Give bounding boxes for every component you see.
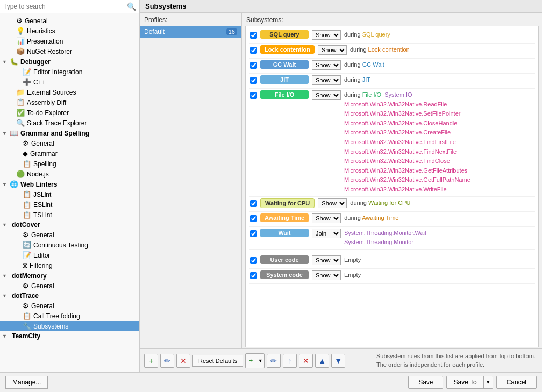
subsystem-checkbox-fileio[interactable] [250, 92, 257, 99]
tree-item-call-tree-folding[interactable]: 📋Call Tree folding [0, 311, 139, 321]
add-button[interactable]: + [144, 354, 158, 368]
subsystem-checkbox[interactable] [250, 272, 257, 279]
tree-item-dotcover[interactable]: ▼dotCover [0, 220, 139, 230]
subsystem-action-gc[interactable]: Show [312, 60, 341, 70]
save-to-main[interactable]: Save To [447, 376, 483, 388]
subsystem-action-await[interactable]: Show [312, 213, 341, 223]
tree-area: ⚙General💡Heuristics📊Presentation📦NuGet R… [0, 13, 139, 372]
up-button[interactable]: ▲ [315, 354, 329, 368]
subsystem-dropdown-jit[interactable]: Show [312, 75, 341, 85]
subsystem-dropdown-cpu[interactable]: Show [318, 198, 347, 208]
save-button[interactable]: Save [408, 376, 443, 389]
tree-item-continuous-testing[interactable]: 🔄Continuous Testing [0, 240, 139, 250]
tree-item-tslint[interactable]: 📋TSLint [0, 210, 139, 220]
tree-item-teamcity[interactable]: ▼TeamCity [0, 331, 139, 341]
save-to-arrow[interactable]: ▼ [484, 376, 493, 388]
expand-icon: ▼ [2, 182, 10, 187]
tree-item-subsystems[interactable]: 🔧Subsystems [0, 321, 139, 331]
subsystem-checkbox-sql[interactable] [250, 32, 257, 39]
add-split-main[interactable]: + [246, 354, 256, 368]
tree-item-external-sources[interactable]: 📁External Sources [0, 87, 139, 97]
delete2-button[interactable]: ✕ [299, 354, 313, 368]
subsystem-checkbox-lock[interactable] [250, 47, 257, 54]
subsystem-dropdown-gc[interactable]: Show [312, 60, 341, 70]
cancel-button[interactable]: Cancel [496, 376, 537, 389]
delete-button[interactable]: ✕ [176, 354, 190, 368]
tree-item-nuget-restorer[interactable]: 📦NuGet Restorer [0, 46, 139, 56]
search-icon: 🔍 [127, 2, 136, 11]
subsystem-dropdown-await[interactable]: Show [312, 213, 341, 223]
tree-item-node.js[interactable]: 🟢Node.js [0, 169, 139, 179]
item-label: C++ [33, 79, 46, 86]
tree-item-general[interactable]: ⚙General [0, 230, 139, 240]
subsystem-action-sql[interactable]: Show [312, 30, 341, 40]
down-button[interactable]: ▼ [331, 354, 345, 368]
item-icon: 📋 [23, 160, 31, 168]
item-label: Heuristics [27, 27, 55, 35]
subsystem-checkbox-wait[interactable] [250, 230, 257, 237]
tree-item-filtering[interactable]: ⧖Filtering [0, 260, 139, 271]
tree-item-dotmemory[interactable]: ▼dotMemory [0, 271, 139, 281]
tree-item-stack-trace-explorer[interactable]: 🔍Stack Trace Explorer [0, 118, 139, 128]
manage-button[interactable]: Manage... [5, 376, 48, 389]
tree-item-grammar-and-spelling[interactable]: ▼📖Grammar and Spelling [0, 128, 139, 138]
expand-icon: ▼ [2, 293, 10, 298]
move-up-button[interactable]: ↑ [283, 354, 297, 368]
edit-button[interactable]: ✏ [160, 354, 174, 368]
tree-item-assembly-diff[interactable]: 📋Assembly Diff [0, 97, 139, 108]
item-icon: 📋 [23, 190, 31, 198]
subsystem-action-cpu[interactable]: Show [318, 198, 347, 208]
subsystem-dropdown-wait[interactable]: JoinShow [312, 229, 341, 238]
item-label: dotMemory [12, 272, 47, 280]
subsystem-action-wait[interactable]: JoinShow [312, 229, 341, 238]
edit2-button[interactable]: ✏ [267, 354, 281, 368]
add-split-button[interactable]: + ▼ [245, 353, 265, 368]
tree-item-general[interactable]: ⚙General [0, 16, 139, 26]
tree-item-grammar[interactable]: ◆Grammar [0, 148, 139, 159]
subsystem-checkbox-jit[interactable] [250, 77, 257, 84]
profiles-label: Profiles: [140, 16, 241, 26]
tree-item-jslint[interactable]: 📋JSLint [0, 189, 139, 199]
subsystem-checkbox-gc[interactable] [250, 62, 257, 69]
subsystem-dropdown[interactable]: Show [312, 270, 341, 280]
subsystem-dropdown[interactable]: Show [312, 255, 341, 265]
reset-defaults-button[interactable]: Reset Defaults [192, 355, 243, 367]
subsystem-checkbox-cpu[interactable] [250, 200, 257, 207]
method-link: Microsoft.Win32.Win32Native.WriteFile [344, 185, 534, 195]
tree-item-presentation[interactable]: 📊Presentation [0, 36, 139, 46]
tree-item-general[interactable]: ⚙General [0, 138, 139, 148]
subsystem-action-fileio[interactable]: Show [312, 90, 341, 100]
item-icon: ⚙ [23, 139, 29, 147]
subsystem-dropdown-lock[interactable]: Show [318, 45, 347, 55]
tree-item-heuristics[interactable]: 💡Heuristics [0, 26, 139, 36]
item-icon: 🌐 [10, 180, 18, 188]
subsystem-dropdown-sql[interactable]: Show [312, 30, 341, 40]
add-split-arrow[interactable]: ▼ [256, 354, 264, 368]
item-icon: ⚙ [23, 282, 29, 290]
tree-item-editor-integration[interactable]: 📝Editor Integration [0, 67, 139, 77]
tree-item-spelling[interactable]: 📋Spelling [0, 159, 139, 169]
save-to-button[interactable]: Save To ▼ [446, 376, 493, 389]
profile-item-default[interactable]: Default 16 [140, 26, 241, 38]
tree-item-eslint[interactable]: 📋ESLint [0, 199, 139, 210]
tree-item-debugger[interactable]: ▼🐛Debugger [0, 56, 139, 67]
tree-item-dottrace[interactable]: ▼dotTrace [0, 291, 139, 301]
subsystem-action-jit[interactable]: Show [312, 75, 341, 85]
subsystem-checkbox[interactable] [250, 257, 257, 264]
search-input[interactable] [3, 3, 127, 10]
subsystem-checkbox-await[interactable] [250, 215, 257, 222]
tree-item-editor[interactable]: 📝Editor [0, 250, 139, 260]
tree-item-to-do-explorer[interactable]: ✅To-do Explorer [0, 108, 139, 118]
method-link: Microsoft.Win32.Win32Native.FindFirstFil… [344, 138, 534, 147]
tree-item-general[interactable]: ⚙General [0, 301, 139, 311]
subsystem-action[interactable]: Show [312, 270, 341, 280]
item-icon: 🔄 [23, 241, 31, 249]
tree-item-general[interactable]: ⚙General [0, 281, 139, 291]
subsystem-action[interactable]: Show [312, 255, 341, 265]
tree-item-c++[interactable]: ➕C++ [0, 77, 139, 87]
method-link: Microsoft.Win32.Win32Native.FindClose [344, 156, 534, 166]
item-icon: ➕ [23, 78, 31, 86]
subsystem-dropdown-fileio[interactable]: Show [312, 90, 341, 100]
tree-item-web-linters[interactable]: ▼🌐Web Linters [0, 179, 139, 189]
subsystem-action-lock[interactable]: Show [318, 45, 347, 55]
